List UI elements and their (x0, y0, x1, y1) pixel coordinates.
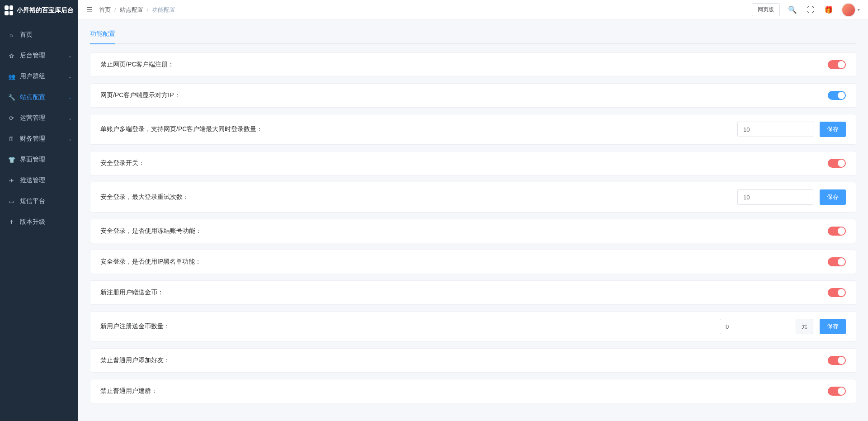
save-button[interactable]: 保存 (820, 319, 846, 334)
setting-controls (828, 227, 846, 236)
breadcrumb-sep: / (147, 6, 149, 13)
number-input[interactable] (737, 122, 813, 137)
setting-controls (828, 288, 846, 297)
setting-row: 单账户多端登录，支持网页/PC客户端最大同时登录数量：保存 (90, 114, 856, 145)
collapse-icon[interactable]: ☰ (86, 5, 93, 14)
setting-label: 单账户多端登录，支持网页/PC客户端最大同时登录数量： (100, 125, 263, 133)
menu-label: 用户群组 (20, 72, 45, 80)
breadcrumb-section[interactable]: 站点配置 (120, 6, 143, 14)
logo-icon (5, 5, 13, 15)
sidebar-item[interactable]: 👕界面管理 (0, 149, 78, 170)
gift-icon[interactable]: 🎁 (822, 5, 835, 14)
number-input[interactable] (737, 189, 813, 205)
sidebar-item[interactable]: ⟳运营管理⌄ (0, 108, 78, 128)
menu-label: 财务管理 (20, 135, 45, 143)
menu-icon: ✈ (8, 177, 14, 184)
setting-label: 禁止普通用户添加好友： (100, 356, 170, 364)
menu-icon: ▭ (8, 198, 14, 205)
menu-icon: ⟳ (8, 115, 14, 122)
setting-controls (828, 387, 846, 396)
toggle-switch[interactable] (828, 257, 846, 266)
input-group: 元 (720, 319, 813, 334)
setting-label: 新注册用户赠送金币： (100, 289, 164, 297)
sidebar-item[interactable]: ⌂首页 (0, 24, 78, 45)
sidebar-item[interactable]: 🔧站点配置⌄ (0, 87, 78, 108)
version-button[interactable]: 网页版 (752, 3, 780, 16)
setting-row: 安全登录，最大登录重试次数：保存 (90, 182, 856, 213)
menu-label: 首页 (20, 31, 33, 39)
save-button[interactable]: 保存 (820, 122, 846, 137)
breadcrumb-home[interactable]: 首页 (99, 6, 111, 14)
toggle-switch[interactable] (828, 227, 846, 236)
setting-controls: 保存 (737, 122, 846, 137)
sidebar-item[interactable]: 🗓财务管理⌄ (0, 128, 78, 149)
sidebar-item[interactable]: 👥用户群组⌄ (0, 66, 78, 87)
chevron-down-icon: ⌄ (68, 137, 72, 142)
setting-row: 禁止普通用户添加好友： (90, 348, 856, 373)
sidebar-header: 小昇裕的百宝库后台 (0, 0, 78, 21)
toggle-switch[interactable] (828, 387, 846, 396)
toggle-switch[interactable] (828, 288, 846, 297)
menu-label: 运营管理 (20, 114, 45, 122)
sidebar-item[interactable]: ▭短信平台 (0, 191, 78, 212)
sidebar-item[interactable]: ⬆版本升级 (0, 212, 78, 232)
setting-row: 安全登录开关： (90, 151, 856, 175)
toggle-switch[interactable] (828, 356, 846, 365)
breadcrumb-current: 功能配置 (152, 6, 175, 14)
breadcrumb-sep: / (114, 6, 116, 13)
setting-label: 新用户注册送金币数量： (100, 322, 170, 331)
menu-label: 后台管理 (20, 52, 45, 60)
chevron-down-icon: ⌄ (68, 74, 72, 79)
setting-label: 禁止网页/PC客户端注册： (100, 61, 174, 69)
sidebar-item[interactable]: ✿后台管理⌄ (0, 45, 78, 66)
setting-row: 安全登录，是否使用IP黑名单功能： (90, 250, 856, 274)
menu-icon: 🔧 (8, 94, 14, 101)
toggle-switch[interactable] (828, 60, 846, 69)
sidebar-item[interactable]: ✈推送管理 (0, 170, 78, 191)
app-title: 小昇裕的百宝库后台 (17, 6, 74, 14)
setting-row: 禁止普通用户建群： (90, 379, 856, 403)
menu-icon: 👥 (8, 73, 14, 80)
menu-icon: ✿ (8, 52, 14, 59)
setting-label: 安全登录，是否使用冻结账号功能： (100, 227, 202, 235)
setting-row: 新用户注册送金币数量：元保存 (90, 311, 856, 342)
setting-row: 安全登录，是否使用冻结账号功能： (90, 219, 856, 243)
breadcrumb: 首页 / 站点配置 / 功能配置 (99, 6, 175, 14)
menu-label: 短信平台 (20, 197, 45, 205)
menu-icon: ⬆ (8, 219, 14, 226)
setting-label: 安全登录，是否使用IP黑名单功能： (100, 258, 201, 266)
setting-label: 禁止普通用户建群： (100, 387, 157, 395)
setting-label: 网页/PC客户端显示对方IP： (100, 91, 180, 99)
fullscreen-icon[interactable]: ⛶ (805, 6, 816, 14)
toggle-knob (838, 92, 845, 99)
toggle-knob (838, 388, 845, 395)
setting-row: 新注册用户赠送金币： (90, 280, 856, 305)
menu-icon: 🗓 (8, 136, 14, 142)
input-suffix: 元 (796, 319, 813, 334)
toggle-switch[interactable] (828, 159, 846, 168)
setting-row: 禁止网页/PC客户端注册： (90, 52, 856, 77)
toggle-knob (838, 258, 845, 265)
menu-icon: 👕 (8, 156, 14, 163)
search-icon[interactable]: 🔍 (786, 5, 799, 14)
toggle-knob (838, 289, 845, 296)
avatar (841, 3, 856, 17)
save-button[interactable]: 保存 (820, 189, 846, 205)
tab-function-config[interactable]: 功能配置 (90, 30, 115, 44)
setting-controls (828, 159, 846, 168)
number-input[interactable] (720, 319, 796, 334)
chevron-down-icon: ⌄ (68, 53, 72, 58)
menu-label: 推送管理 (20, 176, 45, 184)
chevron-down-icon: ⌄ (68, 95, 72, 100)
menu-label: 站点配置 (20, 93, 45, 101)
user-menu[interactable]: ▾ (841, 3, 860, 17)
toggle-switch[interactable] (828, 91, 846, 100)
settings-rows: 禁止网页/PC客户端注册：网页/PC客户端显示对方IP：单账户多端登录，支持网页… (90, 52, 856, 403)
toggle-knob (838, 61, 845, 68)
toggle-knob (838, 357, 845, 364)
toggle-knob (838, 160, 845, 167)
setting-label: 安全登录开关： (100, 159, 145, 167)
setting-controls: 保存 (737, 189, 846, 205)
sidebar-menu: ⌂首页✿后台管理⌄👥用户群组⌄🔧站点配置⌄⟳运营管理⌄🗓财务管理⌄👕界面管理✈推… (0, 21, 78, 232)
content: 功能配置 禁止网页/PC客户端注册：网页/PC客户端显示对方IP：单账户多端登录… (78, 20, 868, 420)
